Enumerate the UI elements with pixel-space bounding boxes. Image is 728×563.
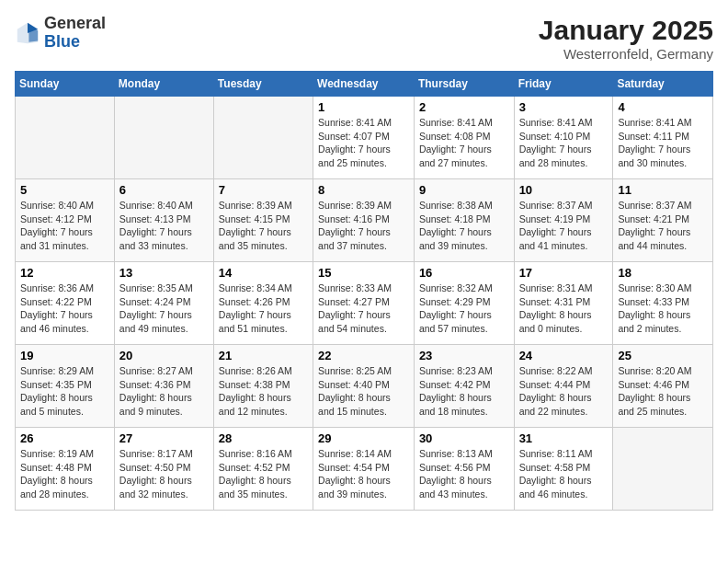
calendar-cell: 4Sunrise: 8:41 AM Sunset: 4:11 PM Daylig… [613,97,713,179]
calendar-cell: 15Sunrise: 8:33 AM Sunset: 4:27 PM Dayli… [313,262,415,345]
day-number: 26 [20,431,109,445]
day-info: Sunrise: 8:40 AM Sunset: 4:13 PM Dayligh… [119,199,209,253]
weekday-header-monday: Monday [114,72,213,97]
day-number: 12 [20,266,109,280]
title-area: January 2025 Westerronfeld, Germany [539,15,713,62]
calendar-cell: 27Sunrise: 8:17 AM Sunset: 4:50 PM Dayli… [114,428,213,511]
logo: General Blue [15,15,106,52]
location: Westerronfeld, Germany [539,46,713,62]
day-info: Sunrise: 8:37 AM Sunset: 4:19 PM Dayligh… [519,199,609,253]
day-info: Sunrise: 8:40 AM Sunset: 4:12 PM Dayligh… [20,199,109,253]
day-number: 30 [419,431,509,445]
week-row-4: 19Sunrise: 8:29 AM Sunset: 4:35 PM Dayli… [16,345,713,428]
day-info: Sunrise: 8:26 AM Sunset: 4:38 PM Dayligh… [219,364,308,419]
day-number: 24 [519,349,609,362]
week-row-2: 5Sunrise: 8:40 AM Sunset: 4:12 PM Daylig… [16,179,713,262]
day-info: Sunrise: 8:13 AM Sunset: 4:56 PM Dayligh… [419,447,509,501]
day-number: 27 [119,431,209,445]
day-info: Sunrise: 8:27 AM Sunset: 4:36 PM Dayligh… [119,364,209,419]
logo-icon [15,20,40,46]
weekday-header-friday: Friday [514,72,613,97]
day-number: 6 [119,183,209,197]
weekday-header-sunday: Sunday [16,72,115,97]
day-number: 19 [20,349,109,362]
day-number: 25 [618,349,708,362]
day-number: 29 [318,431,409,445]
day-info: Sunrise: 8:20 AM Sunset: 4:46 PM Dayligh… [618,364,708,419]
logo-general: General [44,15,106,33]
calendar-cell: 5Sunrise: 8:40 AM Sunset: 4:12 PM Daylig… [16,179,115,262]
day-number: 28 [219,431,308,445]
week-row-1: 1Sunrise: 8:41 AM Sunset: 4:07 PM Daylig… [16,97,713,179]
logo-blue: Blue [44,33,106,52]
day-info: Sunrise: 8:25 AM Sunset: 4:40 PM Dayligh… [318,364,409,419]
day-info: Sunrise: 8:31 AM Sunset: 4:31 PM Dayligh… [519,282,609,336]
calendar-cell [213,97,313,179]
calendar-cell: 19Sunrise: 8:29 AM Sunset: 4:35 PM Dayli… [16,345,115,428]
month-title: January 2025 [539,15,713,46]
calendar-cell: 8Sunrise: 8:39 AM Sunset: 4:16 PM Daylig… [313,179,415,262]
day-info: Sunrise: 8:39 AM Sunset: 4:15 PM Dayligh… [219,199,308,253]
calendar-cell: 24Sunrise: 8:22 AM Sunset: 4:44 PM Dayli… [514,345,613,428]
day-number: 9 [419,183,509,197]
day-number: 13 [119,266,209,280]
day-number: 31 [519,431,609,445]
day-info: Sunrise: 8:37 AM Sunset: 4:21 PM Dayligh… [618,199,708,253]
day-info: Sunrise: 8:30 AM Sunset: 4:33 PM Dayligh… [618,282,708,336]
day-number: 18 [618,266,708,280]
day-info: Sunrise: 8:14 AM Sunset: 4:54 PM Dayligh… [318,447,409,501]
calendar-cell: 26Sunrise: 8:19 AM Sunset: 4:48 PM Dayli… [16,428,115,511]
day-info: Sunrise: 8:38 AM Sunset: 4:18 PM Dayligh… [419,199,509,253]
day-number: 8 [318,183,409,197]
day-number: 16 [419,266,509,280]
calendar-cell: 7Sunrise: 8:39 AM Sunset: 4:15 PM Daylig… [213,179,313,262]
day-number: 4 [618,100,708,114]
day-info: Sunrise: 8:41 AM Sunset: 4:11 PM Dayligh… [618,116,708,170]
day-info: Sunrise: 8:11 AM Sunset: 4:58 PM Dayligh… [519,447,609,501]
day-number: 14 [219,266,308,280]
calendar-cell: 6Sunrise: 8:40 AM Sunset: 4:13 PM Daylig… [114,179,213,262]
weekday-header-thursday: Thursday [414,72,514,97]
day-info: Sunrise: 8:41 AM Sunset: 4:07 PM Dayligh… [318,116,409,170]
day-info: Sunrise: 8:34 AM Sunset: 4:26 PM Dayligh… [219,282,308,336]
day-number: 11 [618,183,708,197]
weekday-header-row: SundayMondayTuesdayWednesdayThursdayFrid… [16,72,713,97]
calendar-cell: 25Sunrise: 8:20 AM Sunset: 4:46 PM Dayli… [613,345,713,428]
weekday-header-wednesday: Wednesday [313,72,415,97]
day-number: 2 [419,100,509,114]
calendar-cell [114,97,213,179]
day-info: Sunrise: 8:41 AM Sunset: 4:10 PM Dayligh… [519,116,609,170]
day-number: 3 [519,100,609,114]
calendar-cell [16,97,115,179]
page-header: General Blue January 2025 Westerronfeld,… [15,15,713,62]
day-info: Sunrise: 8:33 AM Sunset: 4:27 PM Dayligh… [318,282,409,336]
day-info: Sunrise: 8:19 AM Sunset: 4:48 PM Dayligh… [20,447,109,501]
calendar-cell: 12Sunrise: 8:36 AM Sunset: 4:22 PM Dayli… [16,262,115,345]
calendar-cell: 22Sunrise: 8:25 AM Sunset: 4:40 PM Dayli… [313,345,415,428]
day-number: 1 [318,100,409,114]
day-info: Sunrise: 8:41 AM Sunset: 4:08 PM Dayligh… [419,116,509,170]
calendar-cell: 13Sunrise: 8:35 AM Sunset: 4:24 PM Dayli… [114,262,213,345]
day-number: 5 [20,183,109,197]
calendar-cell: 28Sunrise: 8:16 AM Sunset: 4:52 PM Dayli… [213,428,313,511]
day-info: Sunrise: 8:16 AM Sunset: 4:52 PM Dayligh… [219,447,308,501]
calendar-cell [613,428,713,511]
logo-text: General Blue [44,15,106,52]
calendar-cell: 14Sunrise: 8:34 AM Sunset: 4:26 PM Dayli… [213,262,313,345]
day-number: 22 [318,349,409,362]
day-info: Sunrise: 8:17 AM Sunset: 4:50 PM Dayligh… [119,447,209,501]
day-info: Sunrise: 8:35 AM Sunset: 4:24 PM Dayligh… [119,282,209,336]
day-info: Sunrise: 8:32 AM Sunset: 4:29 PM Dayligh… [419,282,509,336]
day-info: Sunrise: 8:23 AM Sunset: 4:42 PM Dayligh… [419,364,509,419]
day-number: 15 [318,266,409,280]
calendar-cell: 3Sunrise: 8:41 AM Sunset: 4:10 PM Daylig… [514,97,613,179]
day-info: Sunrise: 8:39 AM Sunset: 4:16 PM Dayligh… [318,199,409,253]
weekday-header-tuesday: Tuesday [213,72,313,97]
calendar-cell: 20Sunrise: 8:27 AM Sunset: 4:36 PM Dayli… [114,345,213,428]
calendar-cell: 30Sunrise: 8:13 AM Sunset: 4:56 PM Dayli… [414,428,514,511]
day-number: 17 [519,266,609,280]
calendar-cell: 31Sunrise: 8:11 AM Sunset: 4:58 PM Dayli… [514,428,613,511]
calendar-cell: 11Sunrise: 8:37 AM Sunset: 4:21 PM Dayli… [613,179,713,262]
day-info: Sunrise: 8:22 AM Sunset: 4:44 PM Dayligh… [519,364,609,419]
day-number: 21 [219,349,308,362]
